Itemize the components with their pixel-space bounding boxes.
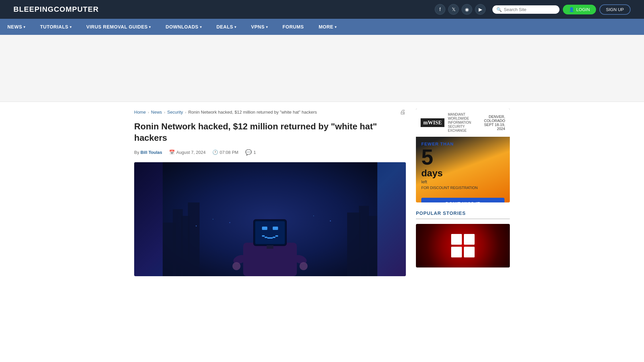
- svg-point-17: [232, 262, 240, 270]
- svg-rect-30: [255, 221, 285, 244]
- svg-point-9: [213, 219, 213, 220]
- article-author: By Bill Toulas: [134, 150, 162, 155]
- svg-rect-33: [451, 247, 462, 257]
- svg-point-10: [229, 222, 230, 223]
- login-button[interactable]: 👤 LOGIN: [563, 5, 596, 14]
- ad-number: 5: [421, 146, 504, 168]
- search-input[interactable]: [504, 7, 555, 12]
- youtube-icon[interactable]: ▶: [475, 4, 486, 15]
- sidebar: mWISE MANDIANT WORLDWIDE INFORMATION SEC…: [416, 109, 510, 276]
- windows-logo-svg: [449, 232, 476, 259]
- nav-vpns-arrow: ▾: [266, 25, 268, 29]
- mastodon-icon[interactable]: ◉: [462, 4, 472, 15]
- ad-body: FEWER THAN 5 days left FOR DISCOUNT REGI…: [416, 137, 510, 194]
- ad-top: mWISE MANDIANT WORLDWIDE INFORMATION SEC…: [416, 109, 510, 137]
- sidebar-ad: mWISE MANDIANT WORLDWIDE INFORMATION SEC…: [416, 109, 510, 202]
- popular-story-image[interactable]: [416, 224, 510, 267]
- article-meta: By Bill Toulas 📅 August 7, 2024 🕐 07:08 …: [134, 149, 406, 156]
- twitter-icon[interactable]: 𝕏: [448, 4, 459, 15]
- nav-forums[interactable]: FORUMS: [275, 19, 311, 35]
- breadcrumb-current: Ronin Network hacked, $12 million return…: [188, 110, 317, 115]
- logo-prefix: BLEEPING: [13, 5, 54, 13]
- nav-deals-arrow: ▾: [234, 25, 236, 29]
- ad-days-label: days: [421, 168, 504, 179]
- nav-news-arrow: ▾: [23, 25, 25, 29]
- breadcrumb-home[interactable]: Home: [134, 110, 146, 115]
- nav-virus-removal[interactable]: VIRUS REMOVAL GUIDES ▾: [79, 19, 158, 35]
- popular-stories-title: POPULAR STORIES: [416, 210, 510, 219]
- breadcrumb-sep-3: ›: [185, 110, 186, 114]
- breadcrumb: Home › News › Security › Ronin Network h…: [134, 109, 406, 116]
- breadcrumb-news[interactable]: News: [151, 110, 162, 115]
- svg-point-8: [196, 225, 197, 226]
- logo-suffix: COMPUTER: [54, 5, 99, 13]
- site-logo[interactable]: BLEEPINGCOMPUTER: [13, 5, 99, 14]
- search-bar: 🔍: [492, 5, 559, 14]
- nav-tutorials[interactable]: TUTORIALS ▾: [33, 19, 79, 35]
- svg-rect-21: [267, 245, 273, 249]
- svg-rect-31: [451, 234, 462, 245]
- nav-news[interactable]: NEWS ▾: [0, 19, 33, 35]
- svg-rect-4: [188, 202, 200, 276]
- svg-point-11: [330, 220, 331, 221]
- svg-rect-7: [367, 216, 377, 276]
- article-area: Home › News › Security › Ronin Network h…: [134, 109, 406, 276]
- article-image: [134, 162, 406, 276]
- nav-deals[interactable]: DEALS ▾: [209, 19, 244, 35]
- calendar-icon: 📅: [169, 149, 175, 155]
- ad-discount-label: FOR DISCOUNT REGISTRATION: [421, 186, 504, 190]
- svg-point-18: [300, 262, 308, 270]
- author-link[interactable]: Bill Toulas: [141, 150, 162, 155]
- header-right: f 𝕏 ◉ ▶ 🔍 👤 LOGIN SIGN UP: [435, 4, 631, 15]
- breadcrumb-security[interactable]: Security: [167, 110, 183, 115]
- ad-logo-subtitle: MANDIANT WORLDWIDE INFORMATION SECURITY …: [448, 113, 481, 133]
- breadcrumb-sep-2: ›: [164, 110, 165, 114]
- print-icon[interactable]: 🖨: [400, 109, 406, 116]
- article-hero-svg: [134, 162, 406, 276]
- svg-rect-5: [347, 213, 361, 276]
- nav-more[interactable]: MORE ▾: [311, 19, 344, 35]
- ad-banner: [0, 35, 644, 102]
- breadcrumb-sep-1: ›: [148, 110, 149, 114]
- article-title: Ronin Network hacked, $12 million return…: [134, 121, 406, 144]
- clock-icon: 🕐: [212, 149, 218, 155]
- nav-more-arrow: ▾: [335, 25, 337, 29]
- svg-rect-34: [464, 247, 475, 257]
- ad-cta-button[interactable]: DON'T MISS IT: [421, 198, 504, 202]
- popular-stories: POPULAR STORIES: [416, 210, 510, 267]
- user-icon: 👤: [569, 7, 574, 12]
- facebook-icon[interactable]: f: [435, 4, 445, 15]
- nav-virus-arrow: ▾: [149, 25, 151, 29]
- article-date: 📅 August 7, 2024: [169, 149, 206, 155]
- nav-tutorials-arrow: ▾: [70, 25, 72, 29]
- svg-rect-32: [464, 234, 475, 245]
- ad-location: DENVER, COLORADO SEPT 18-19, 2024: [484, 115, 505, 131]
- ad-left-label: left: [421, 179, 504, 184]
- nav-vpns[interactable]: VPNS ▾: [244, 19, 275, 35]
- svg-point-12: [313, 216, 314, 216]
- nav-downloads[interactable]: DOWNLOADS ▾: [158, 19, 209, 35]
- article-time: 🕐 07:08 PM: [212, 149, 238, 155]
- social-icons: f 𝕏 ◉ ▶: [435, 4, 486, 15]
- site-header: BLEEPINGCOMPUTER f 𝕏 ◉ ▶ 🔍 👤 LOGIN SIGN …: [0, 0, 644, 19]
- nav-downloads-arrow: ▾: [200, 25, 202, 29]
- ad-fewer-label: FEWER THAN: [421, 141, 504, 146]
- search-icon: 🔍: [496, 7, 502, 12]
- signup-button[interactable]: SIGN UP: [599, 4, 631, 15]
- main-container: Home › News › Security › Ronin Network h…: [121, 102, 523, 283]
- main-nav: NEWS ▾ TUTORIALS ▾ VIRUS REMOVAL GUIDES …: [0, 19, 644, 35]
- ad-logo: mWISE: [421, 118, 444, 127]
- comment-icon: 💬: [245, 149, 252, 156]
- article-comments[interactable]: 💬 1: [245, 149, 256, 156]
